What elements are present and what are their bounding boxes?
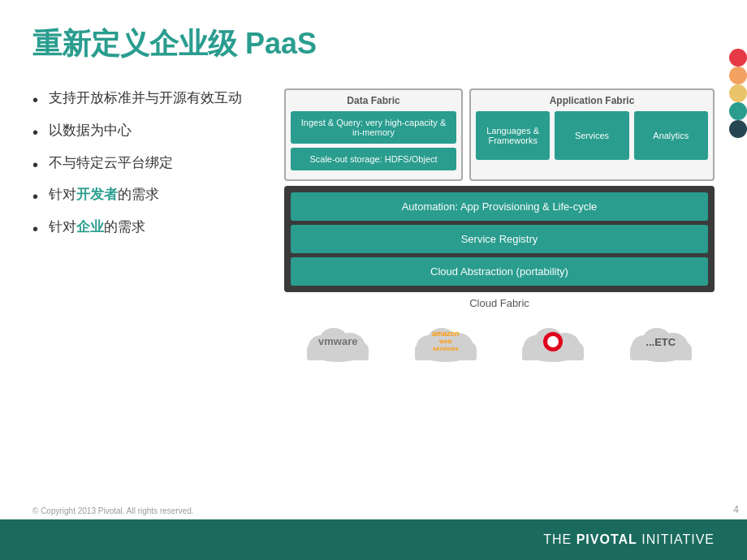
app-fabric-title: Application Fabric <box>476 95 708 106</box>
architecture-diagram: Data Fabric Ingest & Query: very high-ca… <box>284 88 715 366</box>
openstack-cloud <box>516 317 589 366</box>
data-fabric-title: Data Fabric <box>291 95 456 106</box>
app-box-services: Services <box>555 111 628 160</box>
cloud-providers: vmware am <box>284 317 715 366</box>
dot-teal <box>729 102 747 120</box>
cloud-fabric-label: Cloud Fabric <box>284 297 715 309</box>
app-box-analytics: Analytics <box>634 111 708 160</box>
list-item: 不与特定云平台绑定 <box>32 153 260 173</box>
list-item: 以数据为中心 <box>32 121 260 140</box>
page-number: 4 <box>733 504 739 515</box>
app-fabric-panel: Application Fabric Languages & Framework… <box>469 88 715 181</box>
etc-cloud: ...ETC <box>624 317 697 366</box>
automation-row: Automation: App Provisioning & Life-cycl… <box>291 192 708 221</box>
dot-red <box>729 49 747 67</box>
list-item: 针对开发者的需求 <box>32 185 260 205</box>
svg-rect-19 <box>630 349 692 360</box>
list-item: 针对企业的需求 <box>32 218 260 237</box>
bottom-section: Automation: App Provisioning & Life-cycl… <box>284 186 715 292</box>
data-fabric-box2: Scale-out storage: HDFS/Object <box>291 148 456 170</box>
footer-text: THE PIVOTAL INITIATIVE <box>543 532 715 547</box>
cloud-abstraction-row: Cloud Abstraction (portability) <box>291 257 708 286</box>
amazon-cloud: amazon web services <box>409 317 482 366</box>
page-title: 重新定义企业级 PaaS <box>32 24 715 64</box>
bullet-list: 支持开放标准并与开源有效互动 以数据为中心 不与特定云平台绑定 针对开发者的需求… <box>32 88 260 250</box>
app-box-languages: Languages & Frameworks <box>476 111 550 160</box>
dot-dark <box>729 120 747 138</box>
svg-rect-4 <box>307 349 369 360</box>
footer: THE PIVOTAL INITIATIVE <box>0 519 747 560</box>
vmware-cloud: vmware <box>301 317 374 366</box>
dot-yellow <box>729 84 747 102</box>
copyright: © Copyright 2013 Pivotal. All rights res… <box>32 506 194 515</box>
data-fabric-box1: Ingest & Query: very high-capacity & in-… <box>291 111 456 144</box>
footer-bold: PIVOTAL <box>576 532 637 546</box>
dot-orange <box>729 67 747 84</box>
service-registry-row: Service Registry <box>291 225 708 253</box>
list-item: 支持开放标准并与开源有效互动 <box>32 88 260 108</box>
side-dots <box>729 49 747 138</box>
data-fabric-panel: Data Fabric Ingest & Query: very high-ca… <box>284 88 463 181</box>
